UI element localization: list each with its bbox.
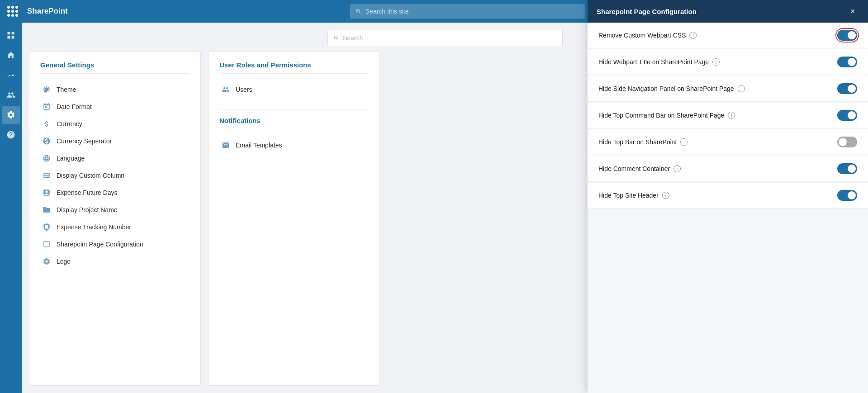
config-item-remove-custom-css: Remove Custom Webpart CSS i (588, 23, 868, 48)
menu-item-display-custom-col-label: Display Custom Column (57, 172, 124, 179)
menu-item-users[interactable]: Users (219, 81, 369, 98)
language-icon (42, 154, 51, 163)
display-project-icon (42, 205, 51, 214)
email-templates-icon (221, 141, 230, 150)
users-icon (221, 85, 230, 94)
menu-item-date-format-label: Date Format (57, 103, 92, 110)
menu-item-expense-tracking-label: Expense Tracking Number (57, 223, 131, 231)
logo-icon (42, 257, 51, 266)
menu-item-currency-sep-label: Currency Seperator (57, 137, 112, 145)
general-settings-title: General Settings (40, 61, 190, 74)
menu-item-sharepoint-config[interactable]: Sharepoint Page Configuration (40, 236, 190, 253)
info-icon-hide-top-bar[interactable]: i (680, 138, 688, 146)
theme-icon (42, 85, 51, 94)
config-label-hide-side-nav: Hide Side Navigation Panel on SharePoint… (598, 85, 745, 92)
menu-item-email-templates[interactable]: Email Templates (219, 137, 369, 154)
display-custom-col-icon (42, 171, 51, 180)
menu-item-language-label: Language (57, 155, 85, 162)
menu-item-theme-label: Theme (57, 86, 76, 93)
config-label-hide-top-bar: Hide Top Bar on SharePoint i (598, 138, 688, 146)
menu-item-expense-tracking[interactable]: Expense Tracking Number (40, 218, 190, 236)
sidebar (0, 23, 22, 393)
config-label-hide-comment: Hide Comment Container i (598, 165, 681, 172)
sidebar-item-users[interactable] (2, 86, 20, 104)
expense-tracking-icon (42, 223, 51, 232)
sidebar-item-chart[interactable] (2, 66, 20, 84)
menu-item-currency-label: Currency (57, 120, 82, 128)
currency-sep-icon (42, 137, 51, 146)
info-icon-hide-side-nav[interactable]: i (738, 85, 745, 92)
menu-item-display-project-label: Display Project Name (57, 206, 118, 213)
toggle-hide-site-header[interactable] (837, 190, 857, 201)
info-icon-hide-comment[interactable]: i (674, 165, 681, 172)
info-icon-hide-webpart-title[interactable]: i (712, 58, 720, 66)
menu-item-display-project[interactable]: Display Project Name (40, 201, 190, 218)
sharepoint-config-icon (42, 240, 51, 249)
general-settings-panel: General Settings Theme Date Format (29, 52, 201, 386)
menu-item-expense-future[interactable]: Expense Future Days (40, 184, 190, 201)
inner-search-bar[interactable] (327, 30, 563, 46)
config-item-hide-top-bar: Hide Top Bar on SharePoint i (588, 129, 868, 155)
menu-item-users-label: Users (236, 86, 252, 93)
config-item-hide-top-cmd: Hide Top Command Bar on SharePoint Page … (588, 103, 868, 128)
toggle-hide-comment[interactable] (837, 163, 857, 174)
menu-item-display-custom-col[interactable]: Display Custom Column (40, 167, 190, 184)
user-roles-title: User Roles and Permissions (219, 61, 369, 74)
config-item-hide-side-nav: Hide Side Navigation Panel on SharePoint… (588, 76, 868, 102)
menu-item-email-templates-label: Email Templates (236, 142, 282, 149)
sidebar-item-help[interactable] (2, 126, 20, 144)
toggle-hide-webpart-title[interactable] (837, 57, 857, 67)
config-item-hide-webpart-title: Hide Webpart Title on SharePoint Page i (588, 49, 868, 75)
notifications-title: Notifications (219, 117, 369, 129)
info-icon-hide-site-header[interactable]: i (662, 192, 669, 199)
user-roles-panel: User Roles and Permissions Users Notific… (208, 52, 380, 386)
sidebar-item-settings[interactable] (2, 106, 20, 124)
search-icon (333, 35, 339, 41)
menu-item-logo[interactable]: Logo (40, 253, 190, 270)
brand-name: SharePoint (27, 7, 68, 16)
menu-item-currency[interactable]: Currency (40, 115, 190, 133)
info-icon-remove-custom-css[interactable]: i (689, 32, 697, 39)
top-search-bar[interactable] (350, 4, 585, 19)
menu-item-currency-sep[interactable]: Currency Seperator (40, 133, 190, 150)
toggle-hide-top-cmd[interactable] (837, 110, 857, 121)
menu-item-theme[interactable]: Theme (40, 81, 190, 98)
search-icon (356, 8, 361, 14)
expense-future-icon (42, 188, 51, 197)
date-format-icon (42, 102, 51, 111)
menu-item-expense-future-label: Expense Future Days (57, 189, 118, 196)
menu-item-logo-label: Logo (57, 258, 71, 265)
right-panel: Sharepoint Page Configuration × Remove C… (588, 23, 868, 393)
toggle-hide-top-bar[interactable] (837, 137, 857, 147)
apps-menu-icon[interactable] (7, 6, 18, 17)
sidebar-item-grid[interactable] (2, 26, 20, 44)
menu-item-sharepoint-config-label: Sharepoint Page Configuration (57, 241, 143, 248)
info-icon-hide-top-cmd[interactable]: i (728, 112, 735, 119)
menu-item-date-format[interactable]: Date Format (40, 98, 190, 115)
config-item-hide-comment: Hide Comment Container i (588, 156, 868, 182)
toggle-remove-custom-css[interactable] (837, 30, 857, 41)
config-label-hide-top-cmd: Hide Top Command Bar on SharePoint Page … (598, 112, 735, 119)
currency-icon (42, 119, 51, 128)
right-panel-body: Remove Custom Webpart CSS i Hide Webpart… (588, 23, 868, 393)
top-search-input[interactable] (365, 8, 580, 15)
config-label-remove-custom-css: Remove Custom Webpart CSS i (598, 32, 697, 39)
config-label-hide-webpart-title: Hide Webpart Title on SharePoint Page i (598, 58, 720, 66)
main-layout: General Settings Theme Date Format (0, 23, 868, 393)
toggle-hide-side-nav[interactable] (837, 83, 857, 94)
config-label-hide-site-header: Hide Top Site Header i (598, 192, 669, 199)
inner-search-input[interactable] (343, 34, 557, 42)
menu-item-language[interactable]: Language (40, 150, 190, 167)
config-item-hide-site-header: Hide Top Site Header i (588, 183, 868, 208)
sidebar-item-home[interactable] (2, 46, 20, 64)
